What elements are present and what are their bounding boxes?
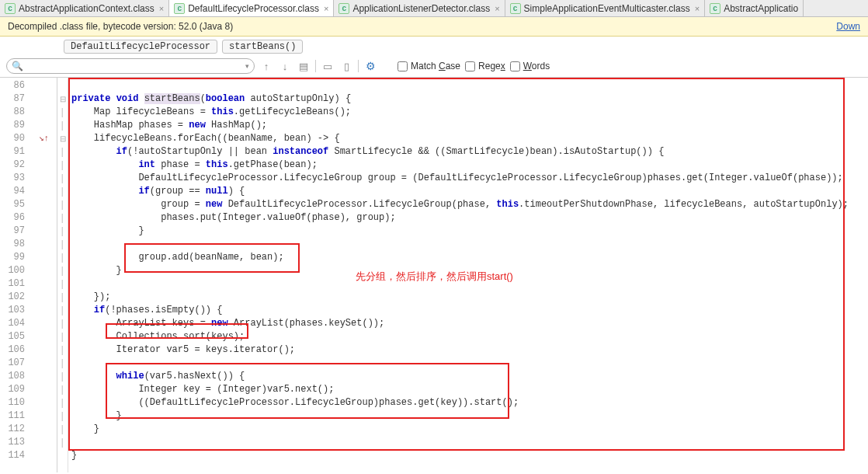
breadcrumb: DefaultLifecycleProcessor startBeans(): [0, 37, 868, 57]
banner-link[interactable]: Down: [836, 21, 860, 32]
filter-icon[interactable]: ▤: [297, 59, 311, 73]
banner-text: Decompiled .class file, bytecode version…: [8, 21, 233, 32]
dropdown-icon[interactable]: ▾: [245, 62, 249, 70]
class-icon: c: [339, 3, 349, 14]
annotation-text: 先分组，然后排序，然后调用start(): [356, 270, 513, 283]
gutter-marks: ↘↑: [31, 78, 57, 472]
add-selection-icon[interactable]: ▯: [339, 59, 353, 73]
close-icon[interactable]: ×: [495, 4, 499, 13]
editor-tabs: c AbstractApplicationContext.class × c D…: [0, 0, 868, 17]
tab-3[interactable]: c SimpleApplicationEventMulticaster.clas…: [505, 0, 706, 16]
code-area[interactable]: private void startBeans(boolean autoStar…: [68, 78, 868, 472]
class-icon: c: [710, 3, 720, 14]
match-case-check[interactable]: Match Case: [398, 61, 460, 71]
class-icon: c: [510, 3, 521, 14]
breadcrumb-method[interactable]: startBeans(): [222, 40, 303, 54]
regex-check[interactable]: Regex: [465, 61, 505, 71]
close-icon[interactable]: ×: [159, 4, 164, 13]
select-all-icon[interactable]: ▭: [321, 59, 335, 73]
tab-label: AbstractApplicatio: [724, 3, 798, 14]
class-icon: c: [5, 3, 16, 14]
close-icon[interactable]: ×: [324, 4, 328, 13]
separator: [358, 60, 359, 72]
close-icon[interactable]: ×: [695, 4, 700, 13]
search-icon: 🔍: [12, 61, 23, 71]
tab-2[interactable]: c ApplicationListenerDetector.class ×: [334, 0, 505, 16]
separator: [315, 60, 316, 72]
prev-icon[interactable]: ↑: [259, 59, 273, 73]
tab-0[interactable]: c AbstractApplicationContext.class ×: [0, 0, 169, 16]
editor: 8687888990919293949596979899100101102103…: [0, 78, 868, 472]
fold-strip: ⊟││⊟│││││││││││││││││││││││: [57, 78, 68, 472]
line-number-gutter: 8687888990919293949596979899100101102103…: [0, 78, 31, 472]
gear-icon[interactable]: ⚙: [363, 59, 377, 73]
decompiled-banner: Decompiled .class file, bytecode version…: [0, 17, 868, 37]
tab-label: SimpleApplicationEventMulticaster.class: [524, 3, 690, 14]
tab-label: AbstractApplicationContext.class: [19, 3, 155, 14]
search-input-wrap[interactable]: 🔍 ▾: [6, 58, 255, 74]
breadcrumb-class[interactable]: DefaultLifecycleProcessor: [64, 40, 217, 54]
find-toolbar: 🔍 ▾ ↑ ↓ ▤ ▭ ▯ ⚙ Match Case Regex Words: [0, 57, 868, 78]
tab-4[interactable]: c AbstractApplicatio: [705, 0, 804, 16]
tab-label: ApplicationListenerDetector.class: [352, 3, 490, 14]
search-input[interactable]: [26, 61, 242, 71]
words-check[interactable]: Words: [510, 61, 550, 71]
class-icon: c: [174, 3, 185, 14]
tab-label: DefaultLifecycleProcessor.class: [188, 3, 319, 14]
tab-1[interactable]: c DefaultLifecycleProcessor.class ×: [169, 0, 334, 16]
next-icon[interactable]: ↓: [278, 59, 292, 73]
